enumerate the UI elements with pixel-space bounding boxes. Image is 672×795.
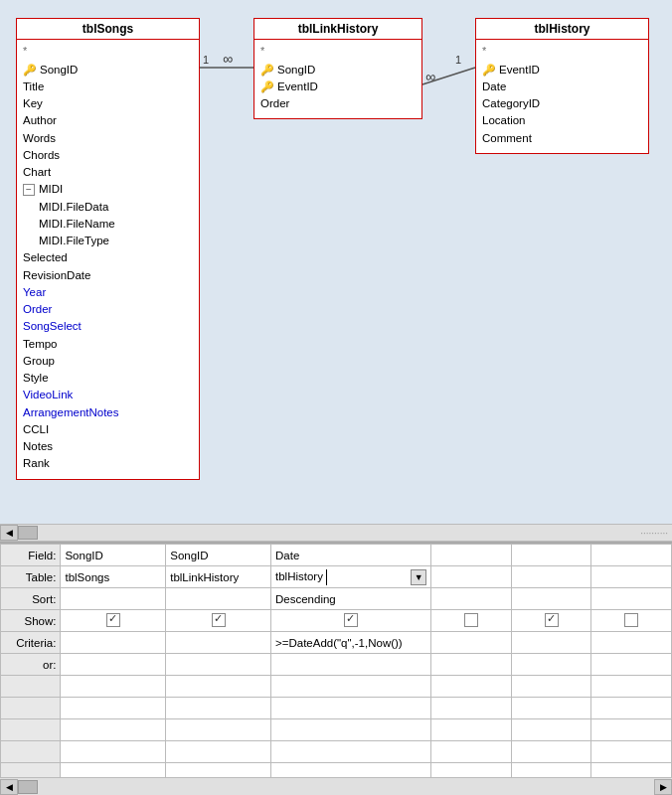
tblSongs-asterisk: * xyxy=(23,43,193,60)
empty-cell-2-4[interactable] xyxy=(431,698,512,719)
scroll-left-arrow[interactable]: ◀ xyxy=(0,525,18,541)
or-empty-2[interactable] xyxy=(166,654,271,676)
table-empty-3[interactable] xyxy=(591,566,672,588)
empty-cell-3-3[interactable] xyxy=(271,719,431,741)
empty-cell-2-2[interactable] xyxy=(166,698,271,719)
or-empty-1[interactable] xyxy=(61,654,166,676)
sort-empty-4[interactable] xyxy=(511,588,591,610)
query-scrollbar[interactable]: ◀ ▶ xyxy=(0,777,672,795)
expand-icon[interactable]: − xyxy=(23,184,35,196)
tblLinkHistory-SongID: 🔑SongID xyxy=(260,62,416,79)
table-tblLinkHistory: tblLinkHistory * 🔑SongID 🔑EventID Order xyxy=(253,18,422,119)
empty-cell-4-1[interactable] xyxy=(61,741,166,763)
table-tblHistory-cell[interactable]: tblHistory ▼ xyxy=(271,566,431,588)
field-SongID-songs[interactable]: SongID xyxy=(61,545,166,566)
empty-cell-2-6[interactable] xyxy=(591,698,672,719)
table-empty-2[interactable] xyxy=(511,566,591,588)
empty-cell-1-5[interactable] xyxy=(511,676,591,698)
show-check-5[interactable] xyxy=(511,610,591,632)
field-label: Field: xyxy=(1,545,61,566)
query-area: Field: SongID SongID Date Table: tblSong… xyxy=(0,542,672,795)
table-tblSongs-cell[interactable]: tblSongs xyxy=(61,566,166,588)
scroll-dots: ·········· xyxy=(640,528,668,539)
show-check-1[interactable] xyxy=(61,610,166,632)
empty-cell-2-5[interactable] xyxy=(511,698,591,719)
diagram-scrollbar[interactable]: ◀ ·········· xyxy=(0,524,672,542)
criteria-empty-2[interactable] xyxy=(166,632,271,654)
checkbox-2[interactable] xyxy=(212,613,226,627)
scroll-thumb[interactable] xyxy=(18,526,38,540)
tblSongs-Notes: Notes xyxy=(23,438,193,455)
checkbox-1[interactable] xyxy=(106,613,120,627)
empty-cell-3-1[interactable] xyxy=(61,719,166,741)
query-row-sort: Sort: Descending xyxy=(1,588,672,610)
tblSongs-MIDI[interactable]: −MIDI xyxy=(23,181,193,198)
checkbox-4[interactable] xyxy=(464,613,478,627)
tblSongs-SongID: 🔑SongID xyxy=(23,62,193,79)
query-scroll-thumb[interactable] xyxy=(18,780,38,794)
empty-cell-2-1[interactable] xyxy=(61,698,166,719)
criteria-value[interactable]: >=DateAdd("q",-1,Now()) xyxy=(271,632,431,654)
checkbox-5[interactable] xyxy=(545,613,559,627)
dropdown-arrow[interactable]: ▼ xyxy=(411,569,426,585)
svg-text:∞: ∞ xyxy=(425,69,435,84)
sort-empty-1[interactable] xyxy=(61,588,166,610)
criteria-empty-5[interactable] xyxy=(591,632,672,654)
criteria-empty-3[interactable] xyxy=(431,632,512,654)
svg-text:1: 1 xyxy=(455,54,461,66)
sort-empty-2[interactable] xyxy=(166,588,271,610)
table-tblLinkHistory-cell[interactable]: tblLinkHistory xyxy=(166,566,271,588)
checkbox-6[interactable] xyxy=(624,613,638,627)
or-empty-6[interactable] xyxy=(591,654,672,676)
empty-cell-4-2[interactable] xyxy=(166,741,271,763)
empty-cell-1-4[interactable] xyxy=(431,676,512,698)
or-empty-5[interactable] xyxy=(511,654,591,676)
key-icon: 🔑 xyxy=(482,62,496,79)
empty-cell-3-6[interactable] xyxy=(591,719,672,741)
empty-cell-1-6[interactable] xyxy=(591,676,672,698)
query-scroll-right[interactable]: ▶ xyxy=(654,779,672,795)
field-SongID-link[interactable]: SongID xyxy=(166,545,271,566)
field-Date[interactable]: Date xyxy=(271,545,431,566)
sort-empty-5[interactable] xyxy=(591,588,672,610)
table-title-tblHistory: tblHistory xyxy=(476,19,648,40)
svg-line-3 xyxy=(422,68,475,84)
show-check-2[interactable] xyxy=(166,610,271,632)
empty-cell-3-4[interactable] xyxy=(431,719,512,741)
tblSongs-CCLI: CCLI xyxy=(23,421,193,438)
or-empty-3[interactable] xyxy=(271,654,431,676)
field-empty-2[interactable] xyxy=(511,545,591,566)
empty-cell-2-3[interactable] xyxy=(271,698,431,719)
empty-cell-4-5[interactable] xyxy=(511,741,591,763)
query-empty-row-3 xyxy=(1,719,672,741)
tblSongs-Style: Style xyxy=(23,370,193,387)
tblSongs-Rank: Rank xyxy=(23,455,193,472)
tblLinkHistory-Order: Order xyxy=(260,95,416,112)
empty-cell-1-1[interactable] xyxy=(61,676,166,698)
show-check-6[interactable] xyxy=(591,610,672,632)
show-check-3[interactable] xyxy=(271,610,431,632)
criteria-empty-4[interactable] xyxy=(511,632,591,654)
sort-empty-3[interactable] xyxy=(431,588,512,610)
tblSongs-Year: Year xyxy=(23,284,193,301)
checkbox-3[interactable] xyxy=(344,613,358,627)
sort-descending[interactable]: Descending xyxy=(271,588,431,610)
key-icon: 🔑 xyxy=(23,62,37,79)
table-empty-1[interactable] xyxy=(431,566,512,588)
tblSongs-Order: Order xyxy=(23,301,193,318)
empty-cell-1-3[interactable] xyxy=(271,676,431,698)
tblSongs-MIDI-FileData: MIDI.FileData xyxy=(39,199,193,216)
criteria-empty-1[interactable] xyxy=(61,632,166,654)
empty-cell-4-4[interactable] xyxy=(431,741,512,763)
empty-cell-4-6[interactable] xyxy=(591,741,672,763)
field-empty-3[interactable] xyxy=(591,545,672,566)
field-empty-1[interactable] xyxy=(431,545,512,566)
show-check-4[interactable] xyxy=(431,610,512,632)
query-scroll-left[interactable]: ◀ xyxy=(0,779,18,795)
empty-cell-1-2[interactable] xyxy=(166,676,271,698)
empty-cell-3-5[interactable] xyxy=(511,719,591,741)
tblSongs-Key: Key xyxy=(23,95,193,112)
empty-cell-3-2[interactable] xyxy=(166,719,271,741)
or-empty-4[interactable] xyxy=(431,654,512,676)
empty-cell-4-3[interactable] xyxy=(271,741,431,763)
